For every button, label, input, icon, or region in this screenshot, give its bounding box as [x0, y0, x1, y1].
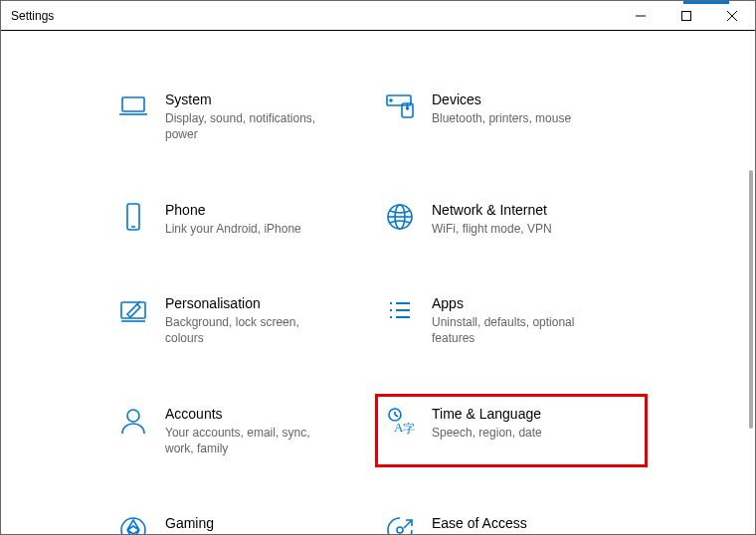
- svg-point-33: [397, 527, 403, 533]
- svg-line-28: [395, 415, 398, 417]
- svg-rect-11: [127, 204, 139, 230]
- ease-of-access-icon: [384, 514, 416, 534]
- tile-personalisation[interactable]: Personalisation Background, lock screen,…: [115, 290, 374, 351]
- svg-rect-4: [122, 97, 144, 111]
- tile-label: Time & Language: [432, 405, 542, 423]
- tile-desc: Speech, region, date: [432, 425, 542, 441]
- apps-icon: [384, 294, 416, 326]
- content-area: System Display, sound, notifications, po…: [1, 31, 755, 534]
- tile-label: Ease of Access: [432, 514, 527, 532]
- tile-label: Devices: [432, 90, 571, 108]
- gaming-icon: [117, 514, 149, 534]
- tile-label: System: [165, 90, 324, 108]
- tile-label: Accounts: [165, 405, 324, 423]
- tile-label: Phone: [165, 201, 301, 219]
- tile-time-language[interactable]: A 字 Time & Language Speech, region, date: [382, 401, 641, 461]
- titlebar: Settings: [1, 1, 755, 31]
- window-title: Settings: [11, 9, 54, 23]
- tile-desc: Your accounts, email, sync, work, family: [165, 425, 324, 456]
- scrollbar-thumb[interactable]: [749, 170, 753, 429]
- tile-network[interactable]: Network & Internet WiFi, flight mode, VP…: [382, 197, 641, 241]
- minimize-button[interactable]: [618, 1, 663, 31]
- svg-point-7: [390, 99, 392, 101]
- tile-ease-of-access[interactable]: Ease of Access: [382, 510, 641, 534]
- tile-label: Apps: [432, 294, 591, 312]
- accent-strip: [683, 1, 729, 4]
- settings-window: Settings System Displa: [0, 0, 756, 535]
- tile-desc: Background, lock screen, colours: [165, 314, 324, 346]
- svg-text:字: 字: [403, 422, 415, 436]
- phone-icon: [117, 201, 149, 233]
- tile-gaming[interactable]: Gaming: [115, 510, 374, 534]
- tile-devices[interactable]: Devices Bluetooth, printers, mouse: [382, 87, 641, 147]
- settings-grid: System Display, sound, notifications, po…: [1, 87, 755, 534]
- tile-phone[interactable]: Phone Link your Android, iPhone: [115, 197, 374, 241]
- tile-apps[interactable]: Apps Uninstall, defaults, optional featu…: [382, 290, 641, 351]
- personalisation-icon: [117, 294, 149, 326]
- tile-label: Personalisation: [165, 294, 324, 312]
- person-icon: [117, 405, 149, 437]
- tile-system[interactable]: System Display, sound, notifications, po…: [115, 87, 374, 147]
- tile-desc: WiFi, flight mode, VPN: [432, 221, 552, 237]
- svg-line-32: [404, 520, 412, 528]
- globe-icon: [384, 201, 416, 233]
- tile-desc: Link your Android, iPhone: [165, 221, 301, 237]
- tile-label: Network & Internet: [432, 201, 552, 219]
- time-language-icon: A 字: [384, 405, 416, 437]
- tile-desc: Display, sound, notifications, power: [165, 110, 324, 142]
- tile-accounts[interactable]: Accounts Your accounts, email, sync, wor…: [115, 401, 374, 461]
- laptop-icon: [117, 90, 149, 122]
- tile-desc: Bluetooth, printers, mouse: [432, 110, 571, 126]
- tile-label: Gaming: [165, 514, 214, 532]
- maximize-button[interactable]: [663, 1, 709, 31]
- svg-rect-16: [121, 302, 145, 318]
- svg-point-25: [127, 410, 139, 422]
- tile-desc: Uninstall, defaults, optional features: [432, 314, 591, 346]
- devices-icon: [384, 90, 416, 122]
- svg-rect-1: [682, 11, 691, 20]
- scrollbar[interactable]: [747, 170, 755, 429]
- close-button[interactable]: [709, 1, 755, 31]
